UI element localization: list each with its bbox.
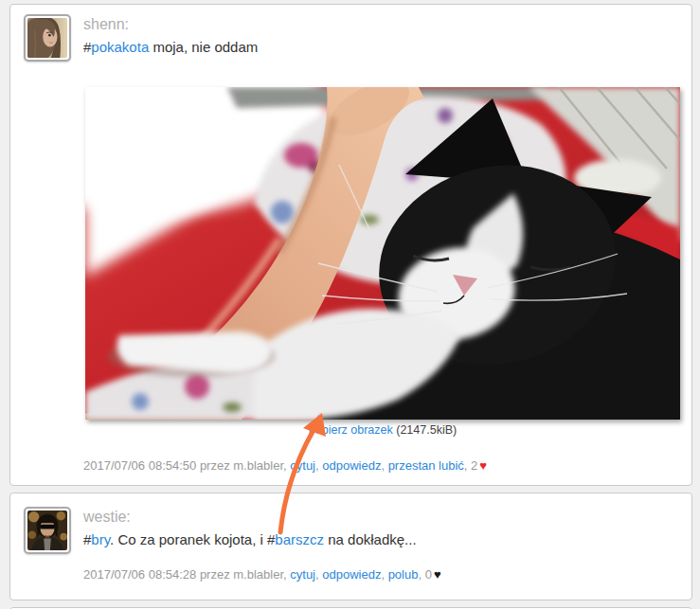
avatar-westie[interactable] xyxy=(24,507,71,554)
post-message: #bry. Co za poranek kojota, i #barszcz n… xyxy=(83,530,417,548)
photo-block: pobierz obrazek (2147.5kiB) xyxy=(85,87,680,438)
post-photo-cat-on-legs[interactable] xyxy=(85,87,680,420)
post-header-text: westie: #bry. Co za poranek kojota, i #b… xyxy=(83,507,417,548)
reply-link[interactable]: odpowiedz xyxy=(322,567,381,582)
avatar-shenn[interactable] xyxy=(24,14,71,62)
timestamp: 2017/07/06 08:54:50 xyxy=(83,458,196,473)
post-feed: shenn: #pokakota moja, nie oddam xyxy=(9,4,692,609)
author-name[interactable]: westie: xyxy=(83,508,417,526)
separator: , xyxy=(418,567,424,582)
quote-link[interactable]: cytuj xyxy=(290,458,315,473)
separator: , xyxy=(381,567,387,582)
quote-link[interactable]: cytuj xyxy=(290,567,315,582)
timestamp: 2017/07/06 08:54:28 xyxy=(83,567,196,582)
hashtag-link-pokakota[interactable]: pokakota xyxy=(91,39,149,55)
post-header-text: shenn: #pokakota moja, nie oddam xyxy=(83,14,258,56)
heart-icon: ♥ xyxy=(434,567,441,582)
post-card-westie: westie: #bry. Co za poranek kojota, i #b… xyxy=(9,493,692,600)
hashtag-link-bry[interactable]: bry xyxy=(91,531,110,547)
separator: , xyxy=(381,458,387,473)
like-count: 0 xyxy=(425,567,432,582)
like-count: 2 xyxy=(471,458,477,473)
reply-link[interactable]: odpowiedz xyxy=(322,458,381,473)
post-header: westie: #bry. Co za poranek kojota, i #b… xyxy=(24,507,678,554)
separator: , xyxy=(464,458,471,473)
avatar-shenn-image xyxy=(27,18,67,58)
post-message: #pokakota moja, nie oddam xyxy=(83,38,258,56)
image-size: (2147.5kiB) xyxy=(393,423,457,437)
via-text: przez m.blabler, xyxy=(196,567,290,582)
meta-line: 2017/07/06 08:54:50 przez m.blabler, cyt… xyxy=(83,458,678,474)
download-image-link[interactable]: pobierz obrazek xyxy=(309,423,393,437)
via-text: przez m.blabler, xyxy=(196,458,290,473)
heart-icon: ♥ xyxy=(479,458,487,473)
meta-line: 2017/07/06 08:54:28 przez m.blabler, cyt… xyxy=(83,567,678,582)
avatar-westie-image xyxy=(27,510,67,550)
image-caption: pobierz obrazek (2147.5kiB) xyxy=(85,423,680,438)
author-name[interactable]: shenn: xyxy=(83,15,258,33)
post-card-shenn: shenn: #pokakota moja, nie oddam xyxy=(9,4,692,486)
like-link[interactable]: polub xyxy=(388,567,419,582)
message-text: moja, nie oddam xyxy=(149,39,258,55)
message-text: na dokładkę... xyxy=(324,531,417,547)
hashtag-link-barszcz[interactable]: barszcz xyxy=(275,531,324,547)
message-text: . Co za poranek kojota, i xyxy=(110,531,267,547)
post-header: shenn: #pokakota moja, nie oddam xyxy=(24,14,678,62)
unlike-link[interactable]: przestan lubić xyxy=(388,458,464,473)
